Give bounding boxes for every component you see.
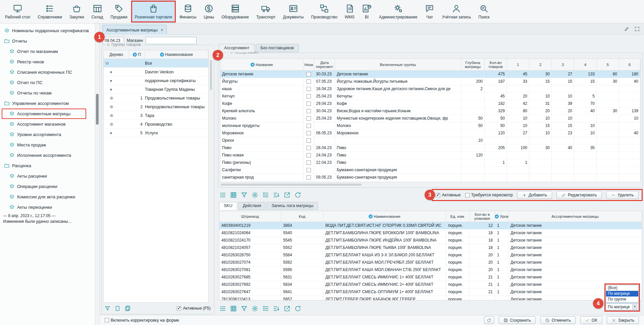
refresh-icon[interactable]: [294, 305, 302, 312]
toolbar-item[interactable]: Производство: [307, 0, 341, 23]
inactive-checkbox[interactable]: [307, 72, 311, 76]
sidebar-item[interactable]: Отчет по ПС: [0, 77, 95, 88]
tree-scrollbar[interactable]: [209, 59, 213, 303]
form-adjustment-checkbox[interactable]: Включить корректировку на форме: [105, 318, 179, 323]
group-filter-select[interactable]: По матрице: [606, 303, 639, 310]
ok-button[interactable]: ОК: [580, 316, 602, 324]
sku-row[interactable]: 4810821024170 5545 ДЕТ.ПИТ.БАМБОЛИНА ПЮР…: [219, 237, 642, 244]
list-view-icon[interactable]: [219, 191, 226, 199]
checkbox-checked-icon[interactable]: [436, 193, 440, 197]
store-input[interactable]: [146, 37, 197, 44]
checkbox-checked-icon[interactable]: [177, 306, 181, 311]
matrix-row[interactable]: Кофе 29.04.23 Кофе 182 42 31 39 70: [220, 100, 640, 108]
filter-funnel-icon[interactable]: [240, 191, 248, 199]
inactive-checkbox[interactable]: [307, 102, 311, 106]
column-header-review-date[interactable]: Дата пересмот: [314, 59, 335, 70]
sku-tab[interactable]: Действия: [238, 202, 266, 210]
sku-tab[interactable]: SKU: [219, 202, 237, 210]
column-header-5[interactable]: 5: [597, 59, 619, 70]
toolbar-item[interactable]: Розничная торговля: [131, 0, 176, 23]
sidebar-item[interactable]: Отчет по магазинам: [0, 46, 95, 57]
list-sort-icon[interactable]: [273, 305, 280, 312]
pages-icon[interactable]: [124, 305, 131, 312]
inactive-checkbox[interactable]: [307, 94, 311, 99]
tree-row[interactable]: ● Davron Venkon: [104, 68, 208, 76]
column-header-name[interactable]: Наименование: [323, 211, 446, 222]
list-check-icon[interactable]: [262, 305, 269, 312]
settings-gear-icon[interactable]: [251, 191, 259, 199]
inactive-checkbox[interactable]: [307, 131, 311, 135]
refresh-icon[interactable]: [294, 191, 302, 199]
page-icon[interactable]: [114, 305, 121, 312]
column-header-p[interactable]: П: [129, 50, 145, 59]
sidebar-item[interactable]: Отчеты: [0, 36, 95, 46]
assortment-tab[interactable]: Без поставщиков: [256, 44, 299, 52]
export-icon[interactable]: [283, 305, 291, 312]
grid-view-icon[interactable]: [230, 305, 237, 312]
review-required-checkbox[interactable]: Требуется пересмотр: [465, 193, 513, 197]
sku-row[interactable]: 4810263027081 5595 ДЕТ.ПИТ.БЕЛЛАКТ КАША …: [219, 266, 642, 274]
tree-row[interactable]: ● Товарная Группа Мадины: [104, 85, 208, 94]
column-header-name[interactable]: Наименование: [145, 50, 208, 59]
filter-funnel-icon[interactable]: [240, 305, 248, 312]
sidebar-item[interactable]: Управление ассортиментом: [0, 98, 95, 109]
scrollbar-thumb[interactable]: [210, 60, 212, 90]
column-header-goods-count[interactable]: Кол-во товаров: [485, 59, 507, 70]
tree-expander-icon[interactable]: ⊕: [110, 104, 113, 109]
column-header-name[interactable]: Название: [220, 59, 304, 70]
inactive-checkbox[interactable]: [307, 160, 311, 165]
dropdown-option[interactable]: (Все): [606, 285, 638, 291]
toolbar-item[interactable]: WMS: [341, 0, 358, 23]
sidebar-item[interactable]: Комиссии для акта расценки: [0, 192, 95, 202]
matrix-row[interactable]: молочные продукты Молоко 50 50 10 15 15 …: [220, 122, 640, 130]
add-button[interactable]: Добавить: [517, 191, 552, 199]
tree-expander-icon[interactable]: ●: [110, 130, 112, 135]
sidebar-item[interactable]: Места продаж: [0, 140, 95, 150]
toolbar-item[interactable]: BI: [358, 0, 375, 23]
active-filter-checkbox[interactable]: Активные: [436, 193, 461, 197]
tree-row[interactable]: ⊕ 4 Производство: [104, 120, 208, 129]
inactive-checkbox[interactable]: [307, 153, 311, 157]
list-view-icon[interactable]: [219, 305, 226, 312]
column-header-2[interactable]: 2: [529, 59, 552, 70]
export-icon[interactable]: [283, 191, 291, 199]
save-button[interactable]: Сохранить: [499, 316, 536, 324]
matrix-row[interactable]: санитарная прод 09.05.23 Бумажно-санитар…: [220, 174, 640, 181]
inactive-checkbox[interactable]: [307, 146, 311, 150]
column-header-barcode[interactable]: Штрихкод: [219, 211, 281, 222]
toolbar-item[interactable]: Администрирование: [375, 0, 421, 23]
column-header-matrices[interactable]: Ассортиментные матрицы: [508, 211, 642, 222]
sidebar-item[interactable]: Отчеты по чекам: [0, 88, 95, 98]
tab-close-icon[interactable]: ×: [161, 27, 163, 32]
tree-expander-icon[interactable]: ⊕: [110, 113, 113, 118]
column-header-matrix-depth[interactable]: Глубина матрицы: [461, 59, 485, 70]
matrix-row[interactable]: Кетчуп 25.04.23 Кетчупы 45 20 10 10 5: [220, 93, 640, 100]
close-button[interactable]: Закрыть: [607, 316, 639, 324]
toolbar-item[interactable]: Рабочий стол: [1, 0, 34, 23]
settings-gear-icon[interactable]: [251, 305, 259, 312]
matrix-row[interactable]: Орехи 10: [220, 137, 640, 144]
scrollbar-thumb[interactable]: [96, 94, 99, 125]
sidebar-item[interactable]: Ассортиментные матрицы: [0, 109, 95, 119]
matrix-row[interactable]: Пиво (регионы) 22.04.23 Пиво 1 1: [220, 159, 640, 167]
expand-icon[interactable]: [634, 26, 640, 32]
inactive-checkbox[interactable]: [307, 175, 311, 180]
sku-row[interactable]: 4810263027647 5641 ДЕТ.ПИТ.БЕЛЛАКТ СМЕСЬ…: [219, 288, 642, 296]
column-header-level[interactable]: Уров: [495, 211, 508, 222]
column-header-tree[interactable]: Дерево: [104, 50, 129, 59]
sku-row[interactable]: 4603934001219 3854 ВОДА ПИТ.ДЕТ.СВЯТ.ИСТ…: [219, 222, 642, 230]
toolbar-item[interactable]: Справочники: [34, 0, 66, 23]
list-check-icon[interactable]: [262, 191, 269, 199]
sidebar-item[interactable]: Ассортимент магазинов: [0, 119, 95, 129]
chevron-down-icon[interactable]: [632, 304, 637, 309]
inactive-checkbox[interactable]: [307, 116, 311, 121]
sidebar-item[interactable]: Реестр чеков: [0, 57, 95, 67]
matrix-row[interactable]: Йогурты 07.05.23 Йогурты ложковые,Йогурт…: [220, 78, 640, 85]
tree-row[interactable]: ⊕ 3 Тара: [104, 111, 208, 120]
checkbox-unchecked-icon[interactable]: [465, 193, 470, 197]
column-header-unit[interactable]: Ед. изм.: [446, 211, 470, 222]
assortment-tab[interactable]: Ассортимент: [219, 44, 255, 52]
tree-row[interactable]: ● подарочные сертификаты: [104, 76, 208, 85]
sku-tab[interactable]: Запись лога матрицы: [267, 202, 318, 210]
toolbar-item[interactable]: Склад: [88, 0, 107, 23]
